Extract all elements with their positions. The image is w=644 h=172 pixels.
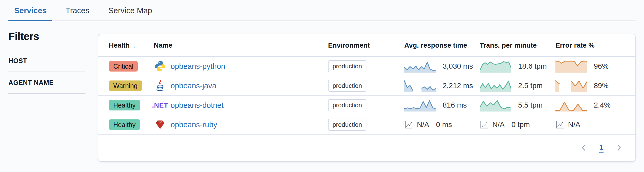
dotnet-icon: .NET (154, 101, 166, 109)
filters-sidebar: Filters HOSTAGENT NAME (8, 31, 85, 94)
tpm-value: 0 tpm (512, 120, 530, 129)
service-row-opbeans-java: Warningopbeans-javaproduction2,212 ms2.5… (98, 76, 635, 96)
filter-group-host[interactable]: HOST (8, 50, 85, 72)
response-value: 3,030 ms (443, 62, 473, 70)
no-data-chart-icon (404, 120, 413, 129)
error-value: 89% (594, 82, 609, 90)
health-badge-healthy: Healthy (109, 100, 140, 110)
tab-services[interactable]: Services (8, 0, 52, 21)
response-value: 0 ms (436, 120, 452, 129)
error-metric-cell: 2.4% (555, 99, 625, 112)
tab-bar-divider (8, 21, 636, 21)
environment-badge: production (328, 119, 366, 131)
services-table-panel: Health↓NameEnvironmentAvg. response time… (98, 34, 636, 162)
service-link-opbeans-python[interactable]: opbeans-python (171, 62, 225, 71)
response-value: 2,212 ms (443, 82, 473, 90)
column-header-label: Error rate % (555, 41, 595, 49)
service-link-opbeans-dotnet[interactable]: opbeans-dotnet (171, 101, 224, 110)
response-value: 816 ms (443, 101, 467, 109)
error-value: 2.4% (594, 101, 611, 109)
top-tab-bar: ServicesTracesService Map (0, 0, 644, 22)
column-header-label: Trans. per minute (480, 41, 537, 49)
response-sparkline (404, 60, 436, 73)
tpm-metric-cell: 18.6 tpm (480, 60, 555, 73)
response-metric-cell: 2,212 ms (404, 79, 480, 92)
error-sparkline (555, 79, 587, 92)
not-available-label: N/A (492, 120, 505, 129)
column-header-health[interactable]: Health↓ (109, 41, 154, 49)
environment-badge: production (328, 99, 366, 111)
table-header-row: Health↓NameEnvironmentAvg. response time… (98, 34, 635, 57)
column-header-error-rate[interactable]: Error rate % (555, 41, 625, 49)
tpm-value: 18.6 tpm (518, 62, 547, 70)
column-header-label: Health (109, 41, 130, 49)
filter-group-agent-name[interactable]: AGENT NAME (8, 72, 85, 94)
column-header-trans-per-minute[interactable]: Trans. per minute (480, 41, 555, 49)
ruby-icon (154, 119, 166, 130)
tpm-metric-cell: 2.5 tpm (480, 79, 555, 92)
service-row-opbeans-python: Criticalopbeans-pythonproduction3,030 ms… (98, 57, 635, 76)
tpm-sparkline (480, 60, 511, 73)
response-sparkline (404, 79, 436, 92)
column-header-environment[interactable]: Environment (328, 41, 404, 49)
no-data-chart-icon (555, 120, 564, 129)
health-badge-critical: Critical (109, 61, 138, 72)
column-header-label: Avg. response time (404, 41, 467, 49)
service-link-opbeans-ruby[interactable]: opbeans-ruby (171, 120, 217, 129)
error-value: 96% (594, 62, 609, 70)
tpm-value: 2.5 tpm (518, 82, 543, 90)
tpm-value: 5.5 tpm (518, 101, 543, 109)
java-icon (154, 80, 166, 92)
tpm-sparkline (480, 99, 511, 112)
chevron-right-icon (616, 144, 622, 151)
error-metric-cell: 89% (555, 79, 625, 92)
not-available-label: N/A (568, 120, 580, 129)
environment-badge: production (328, 80, 366, 92)
next-page-button[interactable] (616, 144, 622, 151)
service-link-opbeans-java[interactable]: opbeans-java (171, 82, 216, 90)
chevron-left-icon (580, 144, 587, 151)
filters-title: Filters (8, 31, 85, 42)
tpm-metric-cell: N/A0 tpm (480, 120, 555, 129)
response-sparkline (404, 99, 436, 112)
page-number[interactable]: 1 (599, 143, 604, 152)
python-icon (154, 60, 166, 72)
health-badge-healthy: Healthy (109, 119, 140, 130)
environment-badge: production (328, 60, 366, 72)
response-metric-cell: 816 ms (404, 99, 480, 112)
sort-descending-icon: ↓ (132, 41, 136, 49)
tab-service-map[interactable]: Service Map (103, 0, 158, 21)
pagination: 1 (98, 135, 635, 161)
service-row-opbeans-ruby: Healthyopbeans-rubyproductionN/A0 msN/A0… (98, 115, 635, 135)
response-metric-cell: N/A0 ms (404, 120, 480, 129)
service-row-opbeans-dotnet: Healthy.NETopbeans-dotnetproduction816 m… (98, 96, 635, 115)
tab-traces[interactable]: Traces (60, 0, 95, 21)
dotnet-logo-text: .NET (152, 101, 168, 109)
health-badge-warning: Warning (109, 80, 142, 91)
error-sparkline (555, 60, 587, 73)
no-data-chart-icon (480, 120, 489, 129)
tpm-sparkline (480, 79, 511, 92)
column-header-label: Name (154, 41, 172, 49)
error-sparkline (555, 99, 587, 112)
error-metric-cell: N/A (555, 120, 625, 129)
tpm-metric-cell: 5.5 tpm (480, 99, 555, 112)
not-available-label: N/A (417, 120, 429, 129)
error-metric-cell: 96% (555, 60, 625, 73)
response-metric-cell: 3,030 ms (404, 60, 480, 73)
previous-page-button[interactable] (580, 144, 587, 151)
column-header-name[interactable]: Name (154, 41, 328, 49)
column-header-label: Environment (328, 41, 370, 49)
column-header-avg-response-time[interactable]: Avg. response time (404, 41, 480, 49)
